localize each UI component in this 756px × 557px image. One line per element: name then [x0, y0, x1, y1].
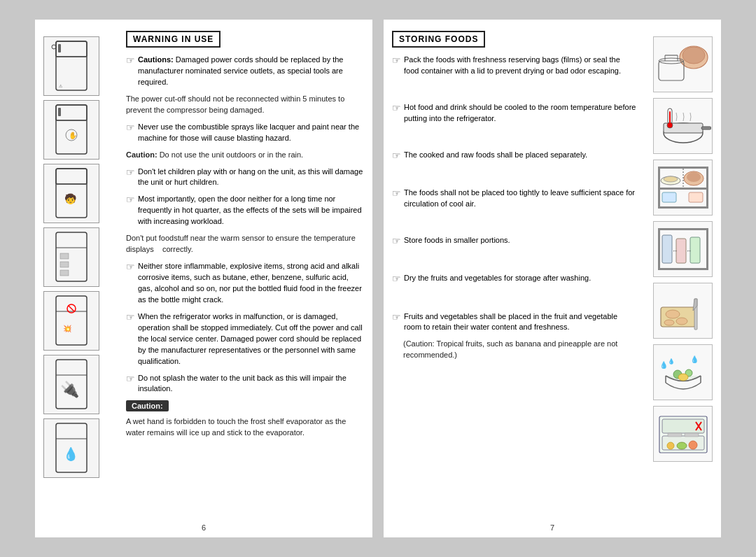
- svg-point-85: [667, 442, 674, 449]
- svg-rect-21: [56, 296, 87, 345]
- svg-text:💧: 💧: [63, 446, 79, 462]
- svg-rect-9: [58, 108, 61, 116]
- svg-text:↔: ↔: [672, 248, 678, 254]
- svg-text:🔌: 🔌: [60, 380, 80, 399]
- svg-rect-45: [658, 167, 708, 169]
- bullet-icon-s1: ☞: [392, 53, 401, 67]
- fridge-illus-6: 🔌: [43, 355, 99, 414]
- spacer-4: [392, 216, 637, 235]
- svg-rect-3: [58, 44, 61, 52]
- right-illustrations: ↔ ↔: [643, 31, 713, 526]
- svg-point-86: [677, 442, 687, 449]
- storing-header: STORING FOODS: [392, 31, 485, 48]
- svg-point-51: [664, 176, 678, 182]
- svg-rect-63: [690, 237, 700, 263]
- bullet-icon-s3: ☞: [392, 148, 401, 162]
- svg-text:💥: 💥: [63, 324, 72, 333]
- bullet-icon-s4: ☞: [392, 186, 401, 200]
- svg-rect-84: [685, 433, 699, 437]
- svg-point-70: [676, 318, 687, 325]
- svg-rect-41: [701, 127, 711, 129]
- svg-point-71: [664, 320, 674, 325]
- warning-para-2: The power cut-off should not be reconnec…: [126, 94, 364, 116]
- storing-para-5: ☞ Store foods in smaller portions.: [392, 235, 637, 248]
- svg-rect-20: [60, 270, 69, 276]
- svg-rect-13: [56, 169, 87, 184]
- svg-rect-46: [658, 188, 708, 190]
- svg-text:🧒: 🧒: [64, 193, 77, 205]
- right-page: STORING FOODS ☞ Pack the foods with fres…: [384, 20, 721, 537]
- right-text-content: STORING FOODS ☞ Pack the foods with fres…: [392, 31, 643, 526]
- fridge-illus-4: [43, 227, 99, 287]
- svg-line-24: [69, 306, 74, 311]
- storing-para-6: ☞ Dry the fruits and vegetables for stor…: [392, 273, 637, 285]
- svg-text:💧: 💧: [690, 355, 699, 364]
- spacer-1: [392, 83, 637, 102]
- svg-rect-58: [658, 268, 708, 270]
- svg-text:↔: ↔: [686, 248, 692, 254]
- spacer-2: [392, 130, 637, 150]
- caution-section: Caution: A wet hand is forbidden to touc…: [126, 400, 364, 439]
- warning-para-6: ☞ Most importantly, open the door neithe…: [126, 194, 364, 227]
- svg-point-87: [689, 441, 697, 449]
- storing-para-7: ☞ Fruits and vegetables shall be placed …: [392, 311, 637, 334]
- svg-rect-48: [658, 167, 660, 209]
- storing-para-4: ☞ The foods shall not be placed too tigh…: [392, 188, 637, 210]
- svg-rect-47: [658, 206, 708, 209]
- warning-para-10: ☞ Do not splash the water to the unit ba…: [126, 373, 364, 395]
- storing-para-3: ☞ The cooked and raw foods shall be plac…: [392, 150, 637, 162]
- right-page-number: 7: [550, 523, 554, 532]
- warning-para-3: ☞ Never use the combustible sprays like …: [126, 122, 364, 144]
- food-illus-7: [653, 406, 713, 462]
- svg-rect-19: [60, 262, 69, 267]
- fridge-illus-7: 💧: [43, 418, 99, 478]
- bullet-icon-s6: ☞: [392, 272, 401, 285]
- warning-header: WARNING IN USE: [126, 31, 220, 48]
- svg-rect-83: [668, 433, 682, 437]
- svg-text:⚠: ⚠: [59, 84, 63, 88]
- bullet-icon-9: ☞: [126, 310, 135, 324]
- bullet-icon-8: ☞: [126, 260, 135, 274]
- bullet-icon-6: ☞: [126, 192, 135, 206]
- bullet-icon-s7: ☞: [392, 310, 401, 324]
- caution-label: Caution:: [126, 400, 169, 411]
- left-illustrations: ⚠ ✋ 🧒: [43, 31, 120, 526]
- food-illus-5: [653, 283, 713, 339]
- warning-para-4: Caution: Do not use the unit outdoors or…: [126, 150, 364, 161]
- svg-point-69: [666, 310, 680, 318]
- fridge-illus-3: 🧒: [43, 164, 99, 223]
- bullet-icon-s2: ☞: [392, 101, 401, 115]
- bullet-icon-10: ☞: [126, 372, 135, 386]
- storing-para-1: ☞ Pack the foods with freshness reservin…: [392, 55, 637, 77]
- fridge-illus-5: 💥: [43, 291, 99, 351]
- svg-point-33: [682, 47, 705, 64]
- svg-point-4: [52, 45, 56, 49]
- warning-para-9: ☞ When the refrigerator works in malfunc…: [126, 311, 364, 367]
- svg-text:✋: ✋: [69, 131, 78, 140]
- warning-para-8: ☞ Neither store inflammable, explosive i…: [126, 261, 364, 306]
- food-illus-1: [653, 36, 713, 92]
- page-container: ⚠ ✋ 🧒: [35, 20, 721, 537]
- bullet-icon-5: ☞: [126, 165, 135, 179]
- svg-point-53: [687, 172, 701, 182]
- left-text-content: WARNING IN USE ☞ Cautions: Damaged power…: [120, 31, 364, 526]
- svg-rect-18: [60, 253, 69, 259]
- left-page: ⚠ ✋ 🧒: [35, 20, 372, 537]
- svg-rect-49: [706, 167, 708, 209]
- left-page-number: 6: [202, 523, 206, 532]
- spacer-6: [392, 292, 637, 311]
- svg-rect-61: [662, 235, 672, 263]
- spacer-3: [392, 168, 637, 188]
- food-illus-6: 💧 💧 💧: [653, 344, 713, 400]
- food-illus-2: [653, 98, 713, 154]
- svg-text:💧: 💧: [668, 358, 675, 365]
- svg-rect-62: [676, 239, 686, 263]
- fridge-illus-2: ✋: [43, 100, 99, 160]
- food-illus-3: [653, 160, 713, 216]
- caution-text: A wet hand is forbidden to touch the fro…: [126, 416, 364, 439]
- warning-para-5: ☞ Don't let children play with or hang o…: [126, 167, 364, 189]
- bullet-icon-s5: ☞: [392, 234, 401, 248]
- svg-rect-57: [658, 228, 708, 230]
- svg-rect-44: [669, 111, 671, 124]
- storing-para-2: ☞ Hot food and drink should be cooled to…: [392, 102, 637, 125]
